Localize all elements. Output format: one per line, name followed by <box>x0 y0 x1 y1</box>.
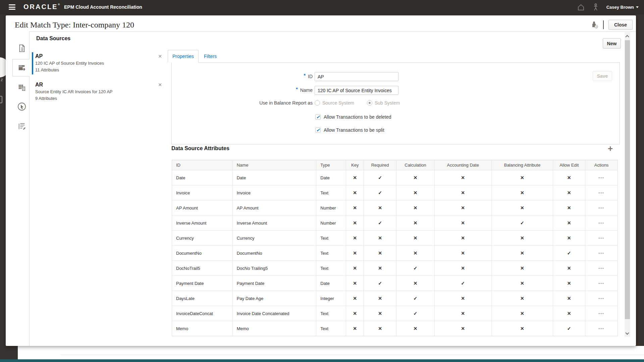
key-cell: ✕ <box>346 321 364 336</box>
actions-cell: ••• <box>585 246 618 260</box>
attribute-row-invoicedateconcat: InvoiceDateConcatInvoice Date Concatenat… <box>172 306 618 321</box>
row-actions-button[interactable]: ••• <box>598 176 604 180</box>
data-sources-heading: Data Sources <box>36 36 70 42</box>
check-icon: ✓ <box>520 220 524 226</box>
menu-icon[interactable] <box>9 4 15 10</box>
user-menu[interactable]: Casey Brown <box>606 5 639 10</box>
cross-icon: ✕ <box>567 205 571 210</box>
attribute-row-payment-date: Payment DatePayment DateDate✕✓✕✓✕✕••• <box>172 276 618 291</box>
row-actions-button[interactable]: ••• <box>598 281 604 285</box>
data-source-item-AR[interactable]: ARSource Entity IC AR Invoices for 120 A… <box>35 81 162 102</box>
name-label: *Name <box>222 85 313 95</box>
tab-properties[interactable]: Properties <box>168 50 199 63</box>
cross-icon: ✕ <box>461 250 465 256</box>
balancing-attribute-cell: ✕ <box>492 261 553 276</box>
scroll-up-icon[interactable] <box>625 35 629 39</box>
cross-icon: ✕ <box>461 235 465 241</box>
required-cell: ✓ <box>364 185 396 200</box>
required-cell: ✓ <box>364 216 396 230</box>
actions-cell: ••• <box>585 291 618 306</box>
pointer-icon[interactable] <box>17 102 27 112</box>
user-icon[interactable] <box>592 3 599 11</box>
attribute-id-cell: Currency <box>172 231 233 245</box>
remove-data-source-button[interactable]: ✕ <box>158 54 162 59</box>
row-actions-button[interactable]: ••• <box>598 236 604 240</box>
row-actions-button[interactable]: ••• <box>598 251 604 255</box>
id-input[interactable] <box>315 72 398 81</box>
accounting-date-cell: ✕ <box>435 246 492 260</box>
cross-icon: ✕ <box>378 326 382 331</box>
radio-sub-system[interactable]: Sub System <box>367 100 400 106</box>
add-attribute-button[interactable]: + <box>608 144 613 153</box>
vertical-scrollbar[interactable] <box>625 32 630 337</box>
cross-icon: ✕ <box>567 190 571 195</box>
allow-edit-cell: ✕ <box>553 170 585 185</box>
allow-edit-cell: ✕ <box>553 261 585 276</box>
check-icon: ✓ <box>378 190 382 195</box>
scrollbar-thumb[interactable] <box>625 40 630 319</box>
row-actions-button[interactable]: ••• <box>598 326 604 330</box>
radio-source-system[interactable]: Source System <box>315 100 354 106</box>
checkbox-label: Allow Transactions to be split <box>324 127 384 133</box>
balance-report-radio-group: Source SystemSub System <box>315 98 413 108</box>
cross-icon: ✕ <box>414 175 418 180</box>
check-icon: ✓ <box>378 281 382 286</box>
scroll-down-icon[interactable] <box>625 331 629 335</box>
actions-cell: ••• <box>585 170 618 185</box>
attribute-name-cell: Date <box>233 170 317 185</box>
cross-icon: ✕ <box>567 296 571 301</box>
row-actions-button[interactable]: ••• <box>598 206 604 210</box>
balancing-attribute-cell: ✕ <box>492 276 553 291</box>
data-source-name: 120 IC AP of Source Entity Invoices <box>35 60 162 66</box>
checkbox-allow-transactions-to-be-deleted[interactable]: ✓Allow Transactions to be deleted <box>315 114 391 120</box>
check-icon: ✓ <box>414 311 418 316</box>
required-cell: ✕ <box>364 200 396 215</box>
id-label: *ID <box>222 72 313 81</box>
attribute-name-cell: AP Amount <box>233 200 317 215</box>
attribute-name-cell: Invoice <box>233 185 317 200</box>
properties-doc-icon[interactable] <box>17 43 27 53</box>
remove-data-source-button[interactable]: ✕ <box>158 82 162 87</box>
data-sources-icon[interactable] <box>17 63 27 73</box>
cross-icon: ✕ <box>378 250 382 256</box>
row-actions-button[interactable]: ••• <box>598 221 604 225</box>
close-button[interactable]: Close <box>608 20 633 30</box>
attribute-name-cell: Memo <box>233 321 317 336</box>
attribute-type-cell: Date <box>316 170 346 185</box>
check-icon: ✓ <box>378 175 382 180</box>
calculation-cell: ✕ <box>396 276 435 291</box>
attribute-row-currency: CurrencyCurrencyText✕✕✕✕✕✕••• <box>172 230 618 245</box>
attribute-row-invoice: InvoiceInvoiceText✕✓✕✕✕✕••• <box>172 185 618 200</box>
column-header-id: ID <box>172 160 233 170</box>
checkbox-label: Allow Transactions to be deleted <box>324 114 391 120</box>
table-clipboard-icon[interactable] <box>17 82 27 93</box>
cross-icon: ✕ <box>461 265 465 271</box>
allow-edit-cell: ✕ <box>553 216 585 230</box>
tab-strip: PropertiesFilters <box>168 50 222 63</box>
attribute-id-cell: DaysLate <box>172 291 233 306</box>
cross-icon: ✕ <box>378 235 382 241</box>
user-assist-icon[interactable]: ? <box>591 21 598 29</box>
new-button[interactable]: New <box>603 38 621 49</box>
accounting-date-cell: ✓ <box>435 276 492 291</box>
row-actions-button[interactable]: ••• <box>598 266 604 270</box>
data-source-item-AP[interactable]: AP120 IC AP of Source Entity Invoices11 … <box>35 53 162 73</box>
edit-list-icon[interactable] <box>17 121 27 131</box>
home-icon[interactable] <box>577 3 585 11</box>
allow-edit-cell: ✕ <box>553 200 585 215</box>
row-actions-button[interactable]: ••• <box>598 191 604 195</box>
cross-icon: ✕ <box>353 265 357 271</box>
name-input[interactable] <box>315 86 398 95</box>
actions-cell: ••• <box>585 276 618 291</box>
attribute-id-cell: DocNoTrail5 <box>172 261 233 276</box>
row-actions-button[interactable]: ••• <box>598 311 604 315</box>
properties-panel: Save *ID *Name Use in Balance Report as … <box>171 62 620 144</box>
allow-edit-cell: ✕ <box>553 185 585 200</box>
allow-edit-cell: ✓ <box>553 246 585 260</box>
cross-icon: ✕ <box>353 235 357 241</box>
tab-filters[interactable]: Filters <box>199 50 222 63</box>
row-actions-button[interactable]: ••• <box>598 296 604 300</box>
global-header: ORACLE® EPM Cloud Account Reconciliation… <box>0 0 644 14</box>
cross-icon: ✕ <box>520 190 524 195</box>
checkbox-allow-transactions-to-be-split[interactable]: ✓Allow Transactions to be split <box>315 127 384 133</box>
